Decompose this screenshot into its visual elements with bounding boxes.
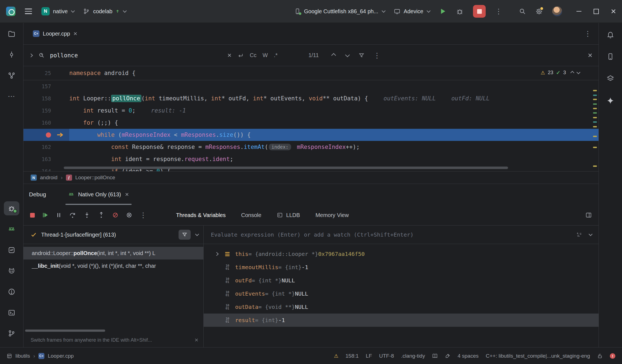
add-watch-icon[interactable]	[576, 232, 582, 237]
close-tab-icon[interactable]	[73, 32, 77, 36]
analysis-marker-strip[interactable]	[592, 66, 599, 171]
tab-options-icon[interactable]: ⋮	[584, 30, 591, 37]
target-device-selector[interactable]: Adevice	[394, 8, 429, 15]
tab-looper-cpp[interactable]: C+ Looper.cpp	[31, 23, 79, 44]
next-occurrence-icon[interactable]	[345, 54, 349, 57]
thread-dropdown-icon[interactable]	[195, 232, 199, 236]
analysis-mark[interactable]	[593, 147, 597, 148]
debug-options-icon[interactable]: ⋮	[140, 212, 147, 219]
file-encoding[interactable]: UTF-8	[379, 353, 394, 359]
code-line[interactable]: 163 int ident = response.request.ident;	[23, 153, 599, 165]
more-actions-icon[interactable]: ⋮	[495, 8, 502, 15]
debug-session-tab[interactable]: Native Only (613)	[65, 184, 132, 205]
sidebar-item-gemini[interactable]	[603, 93, 618, 108]
analysis-mark[interactable]	[593, 108, 597, 109]
code-line[interactable]: 160 for (;;) {	[23, 117, 599, 129]
editor-horizontal-scrollbar[interactable]	[64, 167, 508, 169]
filter-search-icon[interactable]	[358, 52, 365, 58]
device-selector[interactable]: Google Cuttlefish x86_64 ph...	[294, 8, 384, 15]
close-session-icon[interactable]	[125, 192, 129, 196]
sidebar-item-debug[interactable]	[4, 201, 19, 216]
regex-toggle[interactable]: .*	[274, 52, 277, 58]
variable-row[interactable]: this = {android::Looper *} 0x7967aa146f5…	[204, 247, 599, 261]
mute-watches-icon[interactable]	[126, 212, 132, 218]
tab-lldb[interactable]: LLDB	[277, 212, 300, 218]
sidebar-item-running-devices[interactable]	[4, 222, 19, 236]
code-line[interactable]: while (mResponseIndex < mResponses.size(…	[23, 129, 599, 141]
fatal-error-indicator[interactable]: !	[610, 353, 615, 359]
sidebar-item-device-manager[interactable]	[603, 49, 618, 64]
breakpoint-icon[interactable]	[46, 132, 51, 138]
analysis-mark[interactable]	[593, 121, 597, 123]
code-line[interactable]: 25namespace android {	[23, 66, 599, 80]
resume-icon[interactable]	[42, 212, 49, 218]
caret-position[interactable]: 158:1	[345, 353, 359, 359]
sidebar-item-app-quality-insights[interactable]	[4, 243, 19, 257]
maximize-button[interactable]	[594, 9, 599, 14]
minimize-button[interactable]	[576, 11, 581, 12]
chevron-right-icon[interactable]	[215, 252, 219, 256]
analysis-mark[interactable]	[593, 136, 597, 137]
code-line[interactable]: 157	[23, 80, 599, 92]
sidebar-item-build-variants[interactable]	[603, 71, 618, 86]
run-icon[interactable]	[439, 7, 446, 15]
clear-search-icon[interactable]	[227, 53, 232, 57]
reader-mode-icon[interactable]	[432, 353, 438, 359]
analysis-mark[interactable]	[593, 112, 597, 114]
sidebar-item-terminal[interactable]	[4, 306, 19, 320]
status-warning-icon[interactable]: ⚠	[334, 353, 338, 359]
status-file[interactable]: Looper.cpp	[48, 353, 74, 359]
inspections-widget[interactable]: ⚠ 23 ✓ 3	[541, 69, 579, 76]
tab-threads-variables[interactable]: Threads & Variables	[176, 212, 226, 218]
stop-button[interactable]	[473, 5, 486, 18]
stack-frame-row[interactable]: android::Looper::pollOnce(int, int *, in…	[23, 247, 203, 259]
status-module[interactable]: libutils	[15, 353, 30, 359]
breadcrumb-function[interactable]: Looper::pollOnce	[75, 175, 115, 181]
sidebar-item-structure[interactable]	[4, 68, 19, 83]
step-over-icon[interactable]	[69, 212, 76, 219]
code-line[interactable]: 162 const Response& response = mResponse…	[23, 141, 599, 153]
linter-status[interactable]: .clang-tidy	[401, 353, 425, 359]
sidebar-item-logcat[interactable]	[4, 264, 19, 278]
sidebar-item-notifications[interactable]	[603, 27, 618, 42]
debug-icon[interactable]	[456, 7, 464, 15]
variable-row[interactable]: 1001outData = {void **} NULL	[204, 300, 599, 314]
indent-setting[interactable]: 4 spaces	[458, 353, 479, 359]
vcs-branch-selector[interactable]: codelab	[83, 8, 126, 15]
step-out-icon[interactable]	[98, 212, 105, 219]
search-input[interactable]: pollonce	[50, 52, 78, 59]
words-toggle[interactable]: W	[262, 52, 268, 58]
breadcrumb-namespace[interactable]: android	[40, 175, 57, 181]
user-avatar[interactable]	[552, 6, 562, 16]
evaluate-expression-input[interactable]: Evaluate expression (Enter) or add a wat…	[211, 231, 570, 238]
sidebar-item-commit[interactable]	[4, 48, 19, 62]
analysis-mark[interactable]	[593, 95, 597, 96]
project-selector[interactable]: N native	[41, 7, 74, 15]
tab-console[interactable]: Console	[241, 212, 261, 218]
pause-icon[interactable]	[56, 212, 62, 218]
sidebar-item-more[interactable]: ⋮	[4, 89, 19, 104]
evaluate-options-icon[interactable]	[589, 232, 592, 236]
tab-memory-view[interactable]: Memory View	[315, 212, 349, 218]
analysis-mark[interactable]	[593, 117, 597, 118]
close-hint-icon[interactable]	[195, 338, 198, 342]
previous-occurrence-icon[interactable]	[332, 54, 335, 57]
lock-icon[interactable]	[597, 353, 603, 359]
analysis-mark[interactable]	[593, 99, 597, 100]
analysis-mark[interactable]	[593, 103, 597, 105]
search-everywhere-icon[interactable]	[519, 8, 526, 15]
frames-horizontal-scrollbar[interactable]	[25, 330, 105, 332]
variable-row[interactable]: 1001outEvents = {int *} NULL	[204, 287, 599, 300]
prev-problem-icon[interactable]	[570, 71, 574, 74]
analysis-mark[interactable]	[593, 126, 597, 127]
stop-process-icon[interactable]	[30, 213, 35, 218]
variable-row[interactable]: 1001outFd = {int *} NULL	[204, 274, 599, 287]
search-icon[interactable]	[38, 52, 45, 59]
toolchain-info[interactable]: C++: libutils_test_compile|...unk_stagin…	[486, 353, 590, 359]
variable-row[interactable]: 1001result = {int} -1	[204, 314, 599, 327]
close-button[interactable]	[611, 9, 616, 14]
stack-frame-row[interactable]: __libc_init(void *, void (*)(), int (*)(…	[23, 259, 203, 272]
settings-icon[interactable]	[535, 8, 543, 15]
multiline-search-icon[interactable]	[238, 52, 244, 58]
close-search-icon[interactable]	[588, 53, 592, 58]
